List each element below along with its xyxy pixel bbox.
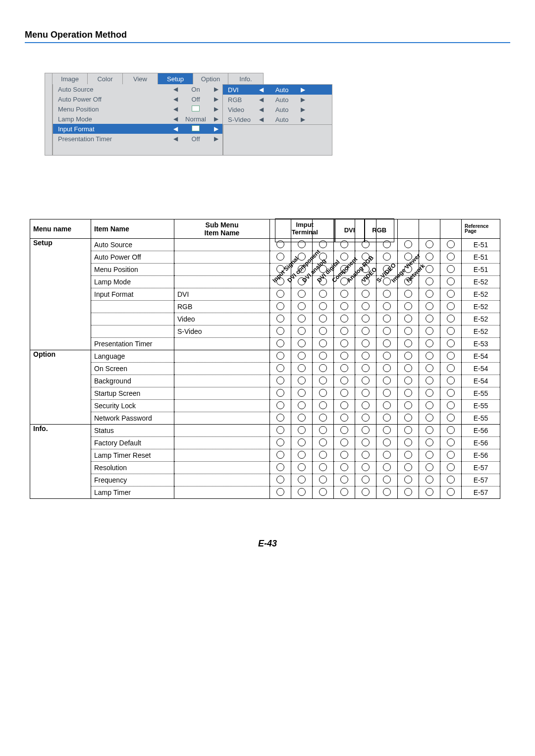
circle-icon	[426, 476, 433, 484]
menu-item-label: Auto Source	[58, 86, 172, 93]
left-arrow-icon[interactable]: ◀	[258, 86, 265, 93]
circle-icon	[362, 352, 370, 360]
circle-icon	[319, 426, 327, 434]
circle-icon	[404, 451, 412, 459]
tab-color[interactable]: Color	[88, 73, 123, 84]
table-row: Lamp TimerE-57	[30, 486, 500, 499]
th-ref: Reference Page	[462, 219, 500, 239]
menu-item[interactable]: Presentation Timer ◀ Off ▶	[53, 134, 222, 144]
circle-icon	[404, 339, 412, 347]
left-arrow-icon[interactable]: ◀	[258, 106, 265, 113]
tab-view[interactable]: View	[123, 73, 158, 84]
menu-item-value: Normal	[179, 115, 213, 123]
left-arrow-icon[interactable]: ◀	[172, 86, 179, 93]
table-row: Input FormatDVIE-52	[30, 288, 500, 301]
left-arrow-icon[interactable]: ◀	[258, 116, 265, 123]
circle-icon	[447, 352, 455, 360]
th-mark	[398, 219, 419, 239]
circle-icon	[298, 463, 306, 471]
circle-icon	[298, 414, 306, 422]
menu-item[interactable]: Auto Source ◀ On ▶	[53, 84, 222, 94]
circle-icon	[276, 364, 284, 372]
right-arrow-icon[interactable]: ▶	[213, 115, 219, 122]
circle-icon	[426, 339, 433, 347]
circle-icon	[383, 488, 391, 496]
circle-icon	[383, 438, 391, 446]
circle-icon	[319, 438, 327, 446]
circle-icon	[276, 463, 284, 471]
circle-icon	[404, 389, 412, 397]
th-sub: Sub Menu Item Name	[174, 219, 270, 239]
menu-item-label: Input Format	[58, 125, 172, 133]
circle-icon	[447, 290, 455, 298]
table-row: VideoE-52	[30, 313, 500, 325]
circle-icon	[404, 426, 412, 434]
circle-icon	[276, 451, 284, 459]
circle-icon	[319, 377, 327, 384]
circle-icon	[404, 352, 412, 360]
circle-icon	[383, 327, 391, 335]
submenu-item[interactable]: S-Video ◀ Auto ▶	[223, 114, 332, 124]
tab-image[interactable]: Image	[53, 73, 88, 84]
circle-icon	[276, 476, 284, 484]
right-arrow-icon[interactable]: ▶	[213, 125, 219, 132]
menu-item-label: Lamp Mode	[58, 115, 172, 123]
circle-icon	[426, 290, 433, 298]
menu-item-label: Auto Power Off	[58, 96, 172, 103]
left-arrow-icon[interactable]: ◀	[258, 96, 265, 103]
right-arrow-icon[interactable]: ▶	[299, 96, 306, 103]
tab-setup[interactable]: Setup	[158, 73, 193, 84]
circle-icon	[383, 364, 391, 372]
left-arrow-icon[interactable]: ◀	[172, 115, 179, 122]
circle-icon	[404, 463, 412, 471]
circle-icon	[276, 438, 284, 446]
right-arrow-icon[interactable]: ▶	[213, 86, 219, 93]
circle-icon	[276, 401, 284, 409]
tab-info[interactable]: Info.	[228, 73, 264, 84]
right-arrow-icon[interactable]: ▶	[213, 106, 219, 112]
right-arrow-icon[interactable]: ▶	[213, 96, 219, 103]
table-row: Lamp Timer ResetE-56	[30, 449, 500, 462]
menu-item-value	[179, 125, 213, 133]
circle-icon	[298, 451, 306, 459]
circle-icon	[447, 339, 455, 347]
tab-option[interactable]: Option	[193, 73, 228, 84]
left-arrow-icon[interactable]: ◀	[172, 106, 179, 112]
left-arrow-icon[interactable]: ◀	[172, 135, 179, 142]
circle-icon	[362, 389, 370, 397]
circle-icon	[319, 389, 327, 397]
circle-icon	[383, 352, 391, 360]
circle-icon	[426, 401, 433, 409]
left-arrow-icon[interactable]: ◀	[172, 125, 179, 132]
circle-icon	[340, 463, 348, 471]
right-arrow-icon[interactable]: ▶	[213, 135, 219, 142]
circle-icon	[426, 488, 433, 496]
menu-item[interactable]: Lamp Mode ◀ Normal ▶	[53, 114, 222, 124]
circle-icon	[447, 377, 455, 384]
circle-icon	[426, 377, 433, 384]
circle-icon	[340, 302, 348, 310]
table-row: Factory DefaultE-56	[30, 437, 500, 449]
submenu-item[interactable]: Video ◀ Auto ▶	[223, 105, 332, 114]
menu-item[interactable]: Auto Power Off ◀ Off ▶	[53, 94, 222, 104]
function-table: Imput Terminal DVI RGB Input SignalDVI c…	[30, 219, 510, 499]
menu-item[interactable]: Input Format ◀ ▶	[53, 124, 222, 134]
circle-icon	[447, 302, 455, 310]
left-arrow-icon[interactable]: ◀	[172, 96, 179, 103]
circle-icon	[447, 438, 455, 446]
submenu-item[interactable]: DVI ◀ Auto ▶	[223, 85, 332, 95]
circle-icon	[362, 488, 370, 496]
circle-icon	[383, 451, 391, 459]
submenu-item-label: RGB	[228, 96, 258, 104]
circle-icon	[298, 339, 306, 347]
right-arrow-icon[interactable]: ▶	[299, 86, 306, 93]
circle-icon	[276, 302, 284, 310]
menu-item[interactable]: Menu Position ◀ ▶	[53, 104, 222, 114]
circle-icon	[447, 451, 455, 459]
right-arrow-icon[interactable]: ▶	[299, 106, 306, 113]
menu-item-label: Presentation Timer	[58, 135, 172, 143]
circle-icon	[383, 401, 391, 409]
submenu-item[interactable]: RGB ◀ Auto ▶	[223, 95, 332, 105]
right-arrow-icon[interactable]: ▶	[299, 116, 306, 123]
table-row: BackgroundE-54	[30, 375, 500, 387]
